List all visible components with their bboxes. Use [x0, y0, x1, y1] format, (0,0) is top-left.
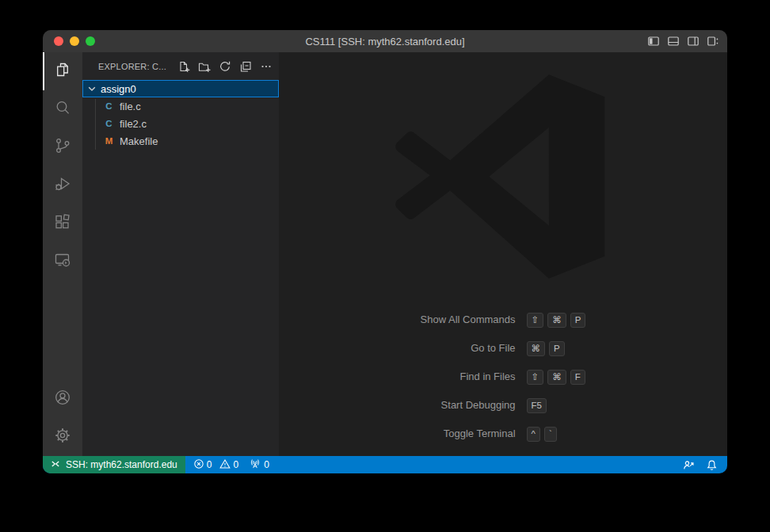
activity-bar — [43, 52, 82, 456]
shortcut-label: Toggle Terminal — [421, 426, 516, 442]
settings-button[interactable] — [43, 418, 82, 456]
sidebar-item-extensions[interactable] — [43, 204, 82, 242]
new-folder-button[interactable] — [198, 60, 211, 73]
more-actions-icon[interactable] — [260, 60, 273, 73]
radio-tower-icon — [250, 458, 261, 472]
key-cmd: ⌘ — [547, 370, 566, 385]
remote-explorer-icon — [53, 250, 72, 272]
collapse-folders-icon[interactable] — [239, 60, 252, 73]
key-letter: P — [570, 313, 586, 328]
key-backtick: ` — [544, 427, 557, 442]
key-f5: F5 — [527, 398, 547, 413]
tree-item-label: file2.c — [120, 118, 147, 130]
accounts-button[interactable] — [43, 380, 82, 418]
toggle-primary-sidebar-icon[interactable] — [647, 35, 660, 48]
shortcut-keys: F5 — [527, 398, 586, 413]
explorer-header: EXPLORER: C... — [82, 52, 279, 80]
file-tree: assign0 C file.c C file2.c M Makefile — [82, 80, 279, 150]
ports-count: 0 — [264, 459, 269, 470]
feedback-icon[interactable] — [683, 459, 695, 471]
problems-indicator[interactable]: 0 0 — [193, 458, 238, 472]
error-count: 0 — [207, 459, 212, 470]
c-file-icon: C — [103, 119, 115, 128]
shortcut-label: Go to File — [421, 340, 516, 356]
minimize-button[interactable] — [70, 36, 79, 46]
shortcut-label: Start Debugging — [421, 397, 516, 413]
warning-count: 0 — [233, 459, 238, 470]
gear-icon — [53, 426, 72, 448]
window-controls — [54, 30, 95, 52]
tree-item-folder[interactable]: assign0 — [82, 80, 279, 97]
editor-area: Show All Commands ⇧ ⌘ P Go to File ⌘ P F… — [279, 52, 727, 456]
warning-icon — [219, 458, 231, 472]
shortcut-keys: ⌘ P — [527, 341, 586, 356]
key-ctrl: ^ — [527, 427, 540, 442]
explorer-actions — [177, 60, 273, 73]
main-area: EXPLORER: C... — [43, 52, 727, 456]
title-bar: CS111 [SSH: myth62.stanford.edu] — [43, 30, 727, 52]
key-letter: F — [570, 370, 585, 385]
tree-item-label: file.c — [120, 101, 141, 112]
extensions-icon — [53, 212, 72, 234]
tree-item-file[interactable]: M Makefile — [82, 132, 279, 150]
status-bar: SSH: myth62.stanford.edu 0 — [43, 456, 727, 473]
watermark-shortcuts: Show All Commands ⇧ ⌘ P Go to File ⌘ P F… — [279, 312, 727, 442]
close-button[interactable] — [54, 36, 63, 46]
vscode-window: CS111 [SSH: myth62.stanford.edu] — [43, 30, 727, 473]
customize-layout-icon[interactable] — [707, 35, 719, 48]
toggle-secondary-sidebar-icon[interactable] — [687, 35, 699, 48]
zoom-button[interactable] — [86, 36, 95, 46]
shortcut-keys: ⇧ ⌘ P — [527, 313, 586, 328]
refresh-icon[interactable] — [219, 60, 231, 73]
key-cmd: ⌘ — [547, 313, 566, 328]
bell-icon[interactable] — [706, 459, 718, 471]
source-control-icon — [53, 136, 72, 158]
layout-controls — [647, 30, 719, 52]
tree-item-file[interactable]: C file.c — [82, 97, 279, 115]
remote-icon — [50, 458, 61, 472]
shortcut-keys: ^ ` — [527, 427, 586, 442]
sidebar-item-explorer[interactable] — [43, 52, 82, 90]
files-icon — [53, 60, 72, 82]
makefile-icon: M — [103, 136, 115, 146]
key-shift: ⇧ — [527, 370, 544, 385]
shortcut-label: Show All Commands — [421, 312, 516, 328]
remote-indicator[interactable]: SSH: myth62.stanford.edu — [43, 456, 185, 473]
vscode-logo-watermark — [394, 73, 612, 283]
status-bar-right — [683, 459, 727, 471]
tree-item-label: Makefile — [120, 135, 158, 147]
shortcut-keys: ⇧ ⌘ F — [527, 370, 586, 385]
error-icon — [193, 458, 204, 472]
explorer-sidebar: EXPLORER: C... — [82, 52, 279, 456]
account-icon — [53, 388, 72, 410]
search-icon — [53, 98, 72, 120]
sidebar-item-remote-explorer[interactable] — [43, 242, 82, 280]
ports-indicator[interactable]: 0 — [250, 458, 269, 472]
window-title: CS111 [SSH: myth62.stanford.edu] — [43, 36, 727, 48]
sidebar-item-source-control[interactable] — [43, 128, 82, 166]
key-cmd: ⌘ — [527, 341, 546, 356]
new-file-button[interactable] — [177, 60, 190, 73]
tree-item-file[interactable]: C file2.c — [82, 115, 279, 132]
explorer-title: EXPLORER: C... — [98, 62, 177, 71]
sidebar-item-run-debug[interactable] — [43, 166, 82, 204]
toggle-panel-icon[interactable] — [667, 35, 680, 48]
shortcut-label: Find in Files — [421, 369, 516, 385]
key-shift: ⇧ — [527, 313, 544, 328]
chevron-down-icon — [86, 82, 98, 95]
key-letter: P — [549, 341, 565, 356]
indent-guide — [95, 99, 96, 150]
debug-icon — [53, 174, 72, 196]
remote-label: SSH: myth62.stanford.edu — [66, 459, 177, 470]
sidebar-item-search[interactable] — [43, 90, 82, 128]
c-file-icon: C — [103, 101, 115, 111]
tree-item-label: assign0 — [101, 83, 136, 95]
